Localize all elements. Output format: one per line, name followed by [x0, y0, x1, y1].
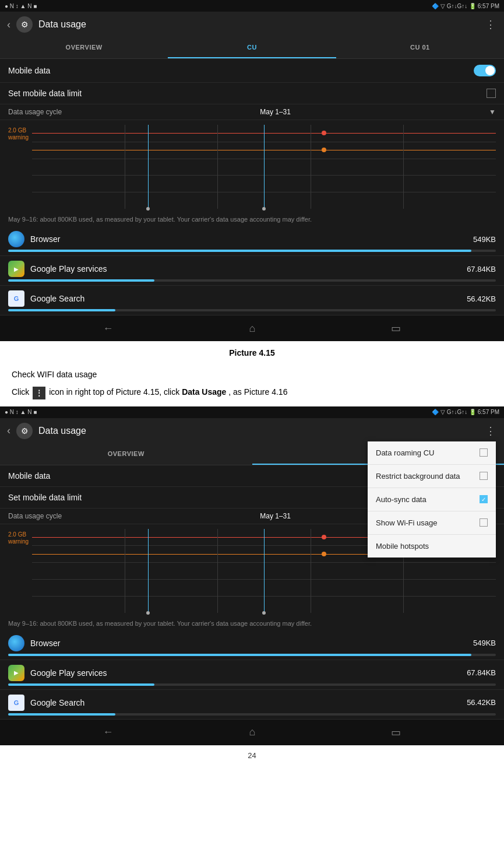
tab-overview-2[interactable]: OVERVIEW — [0, 444, 252, 465]
app-row-gplay-2[interactable]: ▶ Google Play services 67.84KB — [0, 660, 504, 690]
nav-bar-1: ← ⌂ ▭ — [0, 315, 504, 341]
nav-recent-button-2[interactable]: ▭ — [391, 726, 401, 739]
settings-icon-2: ⚙ — [16, 423, 33, 439]
set-limit-row[interactable]: Set mobile data limit — [0, 83, 504, 104]
dropdown-label-auto-sync: Auto-sync data — [376, 495, 427, 504]
app-row-browser-2-top: Browser 549KB — [8, 635, 496, 651]
gsearch-bar-bg — [8, 309, 496, 311]
app-row-gsearch-top: G Google Search 56.42KB — [8, 290, 496, 307]
back-button[interactable]: ‹ — [7, 19, 10, 31]
data-roaming-checkbox[interactable] — [480, 448, 488, 457]
set-limit-checkbox[interactable] — [487, 89, 496, 98]
restrict-bg-checkbox[interactable] — [480, 472, 488, 480]
chart-grid-1 — [32, 125, 496, 209]
dropdown-item-restrict-bg[interactable]: Restrict background data — [368, 465, 496, 488]
dot-white-2 — [262, 207, 266, 211]
dropdown-menu: Data roaming CU Restrict background data… — [368, 441, 496, 558]
dropdown-item-wifi-usage[interactable]: Show Wi-Fi usage — [368, 511, 496, 535]
title-bar-2: ‹ ⚙ Data usage ⋮ — [0, 418, 504, 444]
tab-cu[interactable]: CU — [168, 37, 336, 58]
gsearch-bar-fill — [8, 309, 115, 311]
dot-white-2-1 — [146, 611, 150, 615]
app-row-gplay-top: ▶ Google Play services 67.84KB — [8, 261, 496, 277]
gplay-size-2: 67.84KB — [467, 668, 496, 677]
set-limit-label: Set mobile data limit — [8, 89, 82, 98]
status-right-icons: 🔷 ▽ G↑↓G↑↓ 🔋 6:57 PM — [432, 3, 499, 9]
tab-cu01[interactable]: CU 01 — [336, 37, 504, 58]
inline-menu-icon: ⋮ — [33, 387, 45, 399]
google-search-icon: G — [8, 290, 24, 307]
dropdown-label-data-roaming: Data roaming CU — [376, 448, 434, 457]
gsearch-size-2: 56.42KB — [467, 698, 496, 707]
nav-recent-button-1[interactable]: ▭ — [391, 322, 401, 335]
gsearch-name-2: Google Search — [30, 698, 84, 707]
app-info-browser: Browser — [8, 231, 60, 247]
mobile-data-row: Mobile data — [0, 59, 504, 83]
picture-caption: Picture 4.15 — [0, 341, 504, 363]
gsearch-name: Google Search — [30, 294, 84, 303]
nav-back-button-2[interactable]: ← — [103, 726, 114, 738]
gsearch-bar-bg-2 — [8, 713, 496, 716]
dot-red-1 — [322, 131, 326, 135]
mobile-data-label-2: Mobile data — [8, 471, 50, 481]
page-number: 24 — [0, 745, 504, 763]
overflow-menu-button[interactable]: ⋮ — [485, 18, 497, 31]
browser-name-2: Browser — [30, 639, 60, 648]
gplay-bar-bg — [8, 279, 496, 282]
chart-note-2: May 9–16: about 800KB used, as measured … — [0, 618, 504, 630]
screen2: ● N ↕ ▲ N ■ 🔷 ▽ G↑↓G↑↓ 🔋 6:57 PM ‹ ⚙ Dat… — [0, 406, 504, 745]
instruction-line2-bold: Data Usage — [182, 387, 226, 397]
instruction-section: Check WIFI data usage Click ⋮ icon in ri… — [0, 363, 504, 406]
cycle-arrow-icon: ▼ — [489, 108, 496, 116]
app-row-gplay[interactable]: ▶ Google Play services 67.84KB — [0, 256, 504, 286]
dot-white-1 — [146, 207, 150, 211]
instruction-line2-end: , as Picture 4.16 — [228, 387, 287, 397]
instruction-line1: Check WIFI data usage — [12, 368, 492, 381]
mobile-data-toggle[interactable] — [474, 65, 496, 76]
page-title-2: Data usage — [38, 426, 480, 436]
chart-area-1: 2.0 GB warning — [0, 120, 504, 213]
app-row-browser[interactable]: Browser 549KB — [0, 226, 504, 256]
overflow-menu-button-2[interactable]: ⋮ — [485, 425, 497, 437]
page-title-1: Data usage — [38, 19, 480, 30]
gplay-bar-fill-2 — [8, 683, 154, 686]
tabs-1: OVERVIEW CU CU 01 — [0, 37, 504, 59]
browser-bar-fill-2 — [8, 654, 471, 656]
grid-v-2-1 — [125, 529, 125, 613]
nav-bar-2: ← ⌂ ▭ — [0, 720, 504, 745]
blue-v-2-1 — [148, 529, 149, 613]
app-info-gplay: ▶ Google Play services — [8, 261, 107, 277]
status-left-icons: ● N ↕ ▲ N ■ — [5, 3, 37, 9]
tab-overview[interactable]: OVERVIEW — [0, 37, 168, 58]
cycle-label: Data usage cycle — [8, 108, 62, 116]
dropdown-label-mobile-hotspots: Mobile hotspots — [376, 542, 429, 551]
browser-name: Browser — [30, 234, 60, 244]
dropdown-item-auto-sync[interactable]: Auto-sync data ✓ — [368, 488, 496, 511]
browser-bar-fill — [8, 250, 471, 252]
instruction-line2-post: icon in right top of Picture 4.15, click — [49, 387, 179, 397]
gplay-size: 67.84KB — [467, 265, 496, 274]
browser-bar-bg-2 — [8, 654, 496, 656]
nav-home-button-2[interactable]: ⌂ — [249, 726, 256, 738]
chart-y-label-2: 2.0 GB warning — [8, 531, 29, 545]
app-row-gsearch-2-top: G Google Search 56.42KB — [8, 695, 496, 711]
nav-back-button-1[interactable]: ← — [103, 322, 114, 335]
auto-sync-checkbox[interactable]: ✓ — [480, 495, 488, 503]
back-button-2[interactable]: ‹ — [7, 425, 10, 437]
app-info-gsearch-2: G Google Search — [8, 695, 84, 711]
nav-home-button-1[interactable]: ⌂ — [249, 322, 256, 335]
app-row-gsearch-2[interactable]: G Google Search 56.42KB — [0, 690, 504, 720]
wifi-usage-checkbox[interactable] — [480, 518, 488, 527]
dropdown-item-mobile-hotspots[interactable]: Mobile hotspots — [368, 535, 496, 558]
cycle-row[interactable]: Data usage cycle May 1–31 ▼ — [0, 104, 504, 120]
dropdown-item-data-roaming[interactable]: Data roaming CU — [368, 441, 496, 465]
dropdown-label-restrict-bg: Restrict background data — [376, 472, 460, 481]
notification-icons-2: ● N ↕ ▲ N ■ — [5, 409, 37, 415]
chart-canvas-1 — [32, 125, 496, 209]
app-row-browser-2[interactable]: Browser 549KB — [0, 630, 504, 660]
screen1: ● N ↕ ▲ N ■ 🔷 ▽ G↑↓G↑↓ 🔋 6:57 PM ‹ ⚙ Dat… — [0, 0, 504, 341]
app-row-gsearch[interactable]: G Google Search 56.42KB — [0, 286, 504, 315]
settings-icon: ⚙ — [16, 16, 33, 33]
gplay-bar-bg-2 — [8, 683, 496, 686]
status-bar-1: ● N ↕ ▲ N ■ 🔷 ▽ G↑↓G↑↓ 🔋 6:57 PM — [0, 0, 504, 12]
